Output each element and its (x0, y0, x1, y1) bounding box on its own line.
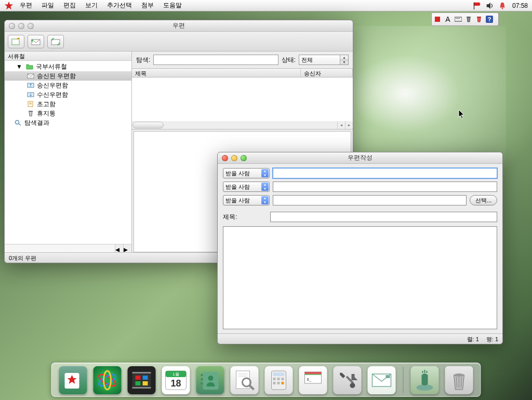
recipient-input-1[interactable] (273, 168, 497, 178)
compose-titlebar[interactable]: 우편작성 (218, 152, 502, 164)
recipient-input-2[interactable] (273, 182, 497, 192)
svg-rect-43 (201, 378, 203, 380)
menu-help[interactable]: 도움말 (163, 1, 182, 10)
svg-rect-66 (386, 375, 390, 378)
record-icon[interactable] (433, 15, 442, 24)
trash-mini-icon[interactable] (464, 15, 473, 24)
menu-file[interactable]: 파일 (42, 1, 54, 10)
search-icon (14, 119, 22, 126)
sent-mail-icon (26, 72, 35, 80)
svg-rect-35 (136, 381, 141, 385)
folder-hscroll[interactable]: ◂▸ (5, 244, 131, 252)
trash-red-icon[interactable] (474, 15, 484, 24)
dock-calendar-app[interactable]: 1월18 (162, 366, 190, 394)
svg-point-45 (208, 376, 214, 381)
dock-contacts-app[interactable] (196, 366, 224, 394)
mail-zoom-icon[interactable] (28, 23, 34, 29)
svg-rect-8 (467, 17, 471, 18)
dock-mail-app[interactable] (368, 366, 396, 394)
compose-body-textarea[interactable] (223, 226, 497, 329)
notification-tray-icon[interactable] (498, 1, 507, 10)
subject-input[interactable] (270, 212, 497, 222)
folder-search-results[interactable]: 탐색결과 (5, 118, 131, 127)
column-subject[interactable]: 제목 (132, 69, 301, 77)
dock-media-app[interactable] (128, 366, 156, 394)
folder-sent[interactable]: 송신된 우편함 (5, 71, 131, 81)
menu-mail[interactable]: 우편 (20, 1, 32, 10)
svg-point-2 (502, 8, 503, 9)
recipient-type-dropdown-3[interactable]: 받을 사람 ▲▼ (223, 195, 270, 205)
svg-rect-4 (455, 17, 462, 21)
menu-view[interactable]: 보기 (85, 1, 98, 10)
mouse-cursor-icon (458, 109, 466, 120)
menu-select-more[interactable]: 추가선택 (107, 1, 132, 10)
message-list[interactable]: ◂▸ (132, 78, 353, 130)
help-icon[interactable]: ? (485, 15, 494, 24)
flag-tray-icon[interactable] (473, 1, 482, 10)
state-value: 전체 (301, 56, 313, 64)
outbox-icon (26, 82, 35, 89)
dock-calculator-app[interactable] (265, 366, 293, 394)
state-dropdown[interactable]: 전체 ▲▼ (299, 55, 349, 65)
mail-close-icon[interactable] (9, 23, 15, 29)
dock-browser-app[interactable] (94, 366, 122, 394)
menu-attach[interactable]: 첨부 (141, 1, 154, 10)
recipient-dd-label: 받을 사람 (225, 170, 250, 177)
folder-root[interactable]: ▼ 국부서류철 (5, 62, 131, 71)
compose-status-bar: 렬: 1 행: 1 (218, 333, 502, 344)
recipient-type-dropdown-1[interactable]: 받을 사람 ▲▼ (223, 168, 270, 178)
mail-toolbar (5, 32, 353, 51)
svg-rect-30 (132, 372, 151, 389)
folder-outbox[interactable]: 송신우편함 (5, 81, 131, 90)
send-receive-button[interactable] (47, 35, 64, 48)
folder-drafts[interactable]: 초고함 (5, 99, 131, 109)
menu-edit[interactable]: 편집 (63, 1, 76, 10)
status-row: 행: 1 (486, 336, 498, 342)
svg-text:?: ? (488, 16, 491, 22)
folder-tree[interactable]: ▼ 국부서류철 송신된 우편함 송신우편함 수신우편함 (5, 61, 131, 244)
recipient-input-3[interactable] (273, 195, 467, 205)
svg-rect-54 (277, 378, 280, 380)
svg-rect-33 (136, 376, 141, 380)
compose-close-icon[interactable] (222, 155, 228, 161)
folder-pane-header: 서류철 (5, 51, 131, 61)
input-tool-palette[interactable]: A ? (431, 12, 499, 26)
folder-trash[interactable]: 휴지통 (5, 109, 131, 118)
recipient-type-dropdown-2[interactable]: 받을 사람 ▲▼ (223, 182, 270, 192)
mail-minimize-icon[interactable] (18, 23, 24, 29)
folder-label: 수신우편함 (37, 91, 68, 99)
svg-rect-9 (477, 17, 481, 18)
text-a-icon[interactable]: A (443, 15, 453, 24)
svg-marker-0 (5, 2, 13, 9)
svg-rect-6 (457, 18, 458, 19)
dock-music-app[interactable] (411, 366, 439, 394)
status-column: 렬: 1 (467, 336, 479, 342)
folder-label: 휴지통 (37, 109, 56, 118)
select-recipient-button[interactable]: 선택... (470, 195, 497, 205)
folder-label: 송신우편함 (37, 81, 68, 90)
dock-utilities-app[interactable] (334, 366, 362, 394)
clock[interactable]: 07:58 (512, 2, 528, 9)
compose-button[interactable] (8, 35, 24, 48)
svg-rect-44 (201, 382, 203, 384)
svg-rect-61 (305, 374, 322, 375)
disclosure-triangle-icon[interactable]: ▼ (15, 63, 23, 70)
column-sender[interactable]: 송신자 (301, 69, 353, 77)
svg-rect-36 (143, 381, 148, 385)
mail-titlebar[interactable]: 우편 (5, 20, 353, 32)
keyboard-icon[interactable] (454, 15, 463, 24)
compose-minimize-icon[interactable] (231, 155, 237, 161)
dock-search-app[interactable] (231, 366, 259, 394)
folder-inbox[interactable]: 수신우편함 (5, 90, 131, 99)
folder-pane: 서류철 ▼ 국부서류철 송신된 우편함 송신우편함 수신우편함 (5, 51, 132, 252)
dock-book-app[interactable] (59, 366, 87, 394)
compose-zoom-icon[interactable] (241, 155, 247, 161)
reply-button[interactable] (28, 35, 44, 48)
volume-tray-icon[interactable] (485, 1, 495, 10)
search-input[interactable] (153, 55, 278, 65)
recipient-dd-label: 받을 사람 (225, 197, 250, 204)
message-list-hscroll[interactable]: ◂▸ (132, 121, 353, 129)
dock-trash[interactable] (445, 366, 473, 394)
dock-terminal-app[interactable]: $_ (299, 366, 327, 394)
svg-text:18: 18 (170, 378, 181, 389)
